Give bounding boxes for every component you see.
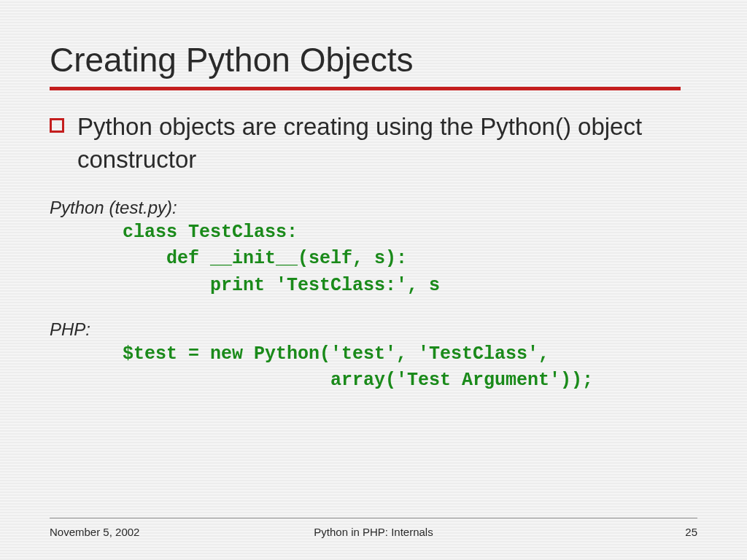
bullet-text: Python objects are creating using the Py… (77, 111, 697, 176)
bullet-box-icon (50, 118, 64, 133)
python-code: class TestClass: def __init__(self, s): … (123, 219, 697, 299)
footer-content: November 5, 2002 Python in PHP: Internal… (50, 526, 697, 538)
php-label: PHP: (50, 319, 697, 340)
footer-title: Python in PHP: Internals (266, 526, 481, 538)
slide-footer: November 5, 2002 Python in PHP: Internal… (0, 518, 747, 538)
code-line: array('Test Argument')); (123, 370, 593, 391)
code-line: $test = new Python('test', 'TestClass', (123, 343, 549, 365)
bullet-item: Python objects are creating using the Py… (50, 111, 697, 176)
python-label: Python (test.py): (50, 198, 697, 218)
php-code: $test = new Python('test', 'TestClass', … (123, 341, 697, 394)
footer-page: 25 (481, 526, 697, 538)
footer-date: November 5, 2002 (50, 526, 266, 538)
slide-title: Creating Python Objects (50, 40, 697, 79)
code-line: class TestClass: (123, 222, 298, 243)
footer-divider (50, 518, 697, 518)
code-line: def __init__(self, s): (123, 248, 407, 269)
code-line: print 'TestClass:', s (123, 275, 440, 296)
title-underline (50, 87, 681, 90)
slide-container: Creating Python Objects Python objects a… (0, 0, 747, 560)
